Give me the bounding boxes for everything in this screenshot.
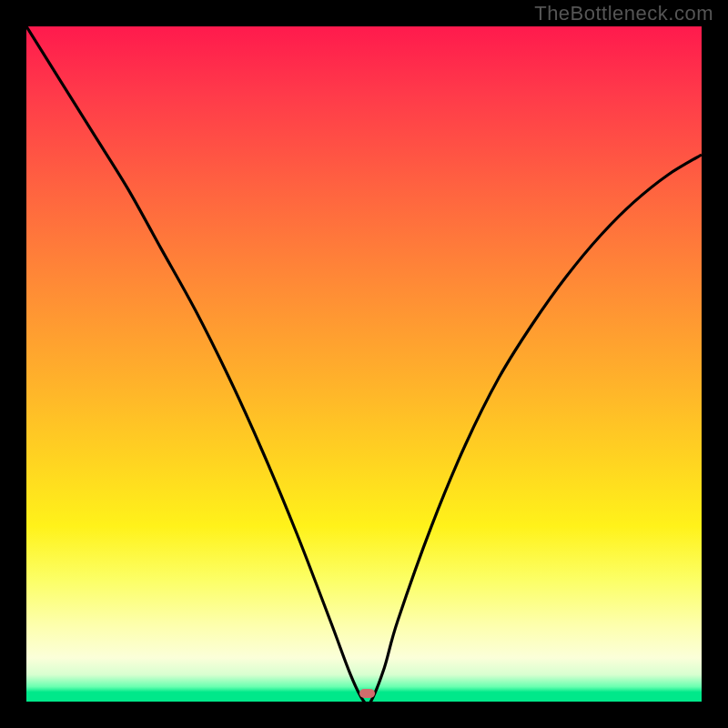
minimum-marker xyxy=(359,689,375,698)
watermark-text: TheBottleneck.com xyxy=(534,2,713,25)
chart-frame: TheBottleneck.com xyxy=(0,0,728,728)
bottleneck-curve xyxy=(26,26,702,702)
curve-path xyxy=(26,26,702,702)
plot-area xyxy=(26,26,702,702)
